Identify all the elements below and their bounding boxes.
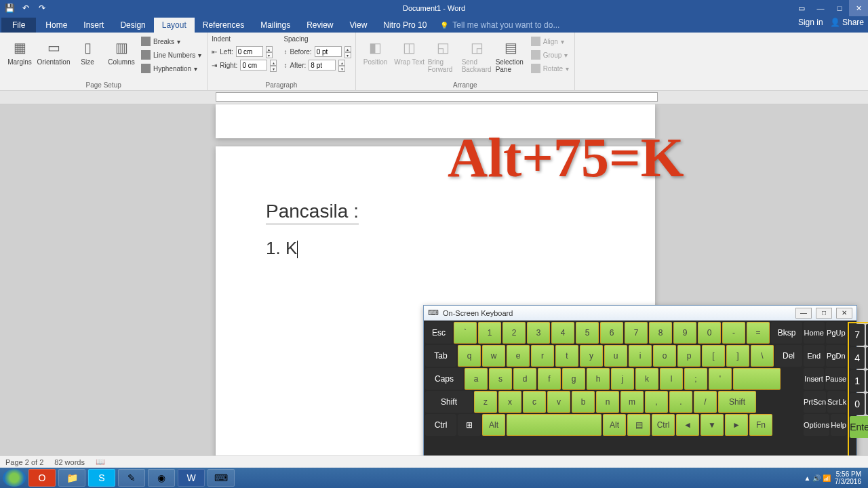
key-minus[interactable]: -: [722, 322, 745, 344]
key-bksp[interactable]: Bksp: [771, 322, 802, 344]
tab-home[interactable]: Home: [37, 18, 75, 33]
breaks-button[interactable]: Breaks ▾: [140, 35, 203, 47]
key-pgup[interactable]: PgUp: [826, 322, 847, 344]
tab-review[interactable]: Review: [298, 18, 341, 33]
minimize-icon[interactable]: —: [811, 0, 830, 16]
key-e[interactable]: e: [507, 345, 530, 367]
key-u[interactable]: u: [604, 345, 627, 367]
key-z[interactable]: z: [474, 391, 497, 413]
key-rbracket[interactable]: ]: [726, 345, 749, 367]
spin-up[interactable]: ▴: [266, 46, 273, 52]
key-p[interactable]: p: [677, 345, 701, 367]
key-lshift[interactable]: Shift: [425, 391, 473, 413]
tab-file[interactable]: File: [1, 18, 36, 33]
taskbar-word[interactable]: W: [178, 469, 205, 487]
key-right[interactable]: ►: [725, 414, 748, 436]
key-7[interactable]: 7: [625, 322, 648, 344]
key-x[interactable]: x: [498, 391, 521, 413]
tab-insert[interactable]: Insert: [75, 18, 112, 33]
key-w[interactable]: w: [482, 345, 505, 367]
tab-mailings[interactable]: Mailings: [252, 18, 298, 33]
osk-minimize-icon[interactable]: —: [795, 308, 812, 319]
key-n[interactable]: n: [596, 391, 619, 413]
key-comma[interactable]: ,: [645, 391, 668, 413]
key-o[interactable]: o: [653, 345, 676, 367]
on-screen-keyboard-window[interactable]: ⌨ On-Screen Keyboard — □ ✕ Esc ` 1 2 3 4…: [423, 305, 857, 460]
key-help[interactable]: Help: [831, 414, 846, 436]
line-numbers-button[interactable]: Line Numbers ▾: [140, 49, 203, 61]
spin-down[interactable]: ▾: [338, 66, 345, 72]
key-esc[interactable]: Esc: [425, 322, 452, 344]
key-r[interactable]: r: [531, 345, 554, 367]
numpad-1[interactable]: 1: [850, 370, 865, 392]
doc-line-1[interactable]: 1. K: [266, 238, 605, 259]
key-6[interactable]: 6: [600, 322, 623, 344]
orientation-button[interactable]: ▭Orientation: [38, 35, 69, 80]
key-rshift[interactable]: Shift: [718, 391, 756, 413]
key-space[interactable]: [507, 414, 601, 436]
indent-left-input[interactable]: [236, 46, 263, 57]
tray-icons[interactable]: ▲ 🔊 📶: [804, 474, 831, 482]
hyphenation-button[interactable]: Hyphenation ▾: [140, 62, 203, 75]
sign-in-link[interactable]: Sign in: [798, 18, 823, 27]
status-page[interactable]: Page 2 of 2: [5, 458, 43, 466]
key-d[interactable]: d: [513, 368, 536, 390]
key-down[interactable]: ▼: [701, 414, 724, 436]
key-i[interactable]: i: [629, 345, 652, 367]
selection-pane-button[interactable]: ▤Selection Pane: [496, 35, 527, 80]
key-j[interactable]: j: [611, 368, 634, 390]
key-b[interactable]: b: [572, 391, 595, 413]
key-pause[interactable]: Pause: [825, 368, 846, 390]
key-end[interactable]: End: [804, 345, 825, 367]
columns-button[interactable]: ▥Columns: [106, 35, 137, 80]
key-0[interactable]: 0: [698, 322, 721, 344]
taskbar-chrome[interactable]: ◉: [148, 469, 175, 487]
numpad-4[interactable]: 4: [850, 347, 865, 369]
maximize-icon[interactable]: □: [830, 0, 849, 16]
key-caps[interactable]: Caps: [425, 368, 463, 390]
spin-up[interactable]: ▴: [338, 60, 345, 66]
tab-references[interactable]: References: [195, 18, 252, 33]
key-lalt[interactable]: Alt: [482, 414, 505, 436]
redo-icon[interactable]: ↷: [37, 3, 47, 14]
page-1-bottom[interactable]: [216, 104, 655, 138]
osk-maximize-icon[interactable]: □: [816, 308, 832, 319]
key-5[interactable]: 5: [576, 322, 599, 344]
key-menu[interactable]: ▤: [627, 414, 650, 436]
key-backslash[interactable]: \: [751, 345, 774, 367]
osk-titlebar[interactable]: ⌨ On-Screen Keyboard — □ ✕: [424, 306, 856, 321]
size-button[interactable]: ▯Size: [72, 35, 103, 80]
key-1[interactable]: 1: [478, 322, 501, 344]
numpad-enter[interactable]: Enter: [850, 416, 868, 438]
key-4[interactable]: 4: [551, 322, 574, 344]
start-button[interactable]: [3, 469, 26, 487]
undo-icon[interactable]: ↶: [20, 3, 31, 14]
spin-down[interactable]: ▾: [270, 66, 277, 72]
key-h[interactable]: h: [587, 368, 610, 390]
taskbar-explorer[interactable]: 📁: [58, 469, 85, 487]
key-g[interactable]: g: [562, 368, 585, 390]
key-scrlk[interactable]: ScrLk: [827, 391, 846, 413]
key-s[interactable]: s: [489, 368, 512, 390]
spacing-after-input[interactable]: [309, 60, 336, 70]
key-del[interactable]: Del: [775, 345, 802, 367]
key-period[interactable]: .: [669, 391, 692, 413]
key-insert[interactable]: Insert: [804, 368, 824, 390]
key-2[interactable]: 2: [502, 322, 526, 344]
share-button[interactable]: 👤 Share: [830, 18, 864, 27]
margins-button[interactable]: ▦Margins: [4, 35, 35, 80]
key-lctrl[interactable]: Ctrl: [425, 414, 456, 436]
status-spellcheck-icon[interactable]: 📖: [96, 458, 105, 466]
key-win[interactable]: ⊞: [458, 414, 481, 436]
doc-heading[interactable]: Pancasila :: [266, 201, 359, 224]
key-y[interactable]: y: [580, 345, 603, 367]
ribbon-options-icon[interactable]: ▭: [792, 0, 811, 16]
key-home[interactable]: Home: [804, 322, 825, 344]
key-8[interactable]: 8: [649, 322, 672, 344]
spacing-before-input[interactable]: [315, 46, 342, 57]
key-f[interactable]: f: [538, 368, 561, 390]
key-v[interactable]: v: [547, 391, 570, 413]
spin-up[interactable]: ▴: [270, 60, 277, 66]
tab-design[interactable]: Design: [112, 18, 153, 33]
taskbar-opera[interactable]: O: [28, 469, 56, 487]
